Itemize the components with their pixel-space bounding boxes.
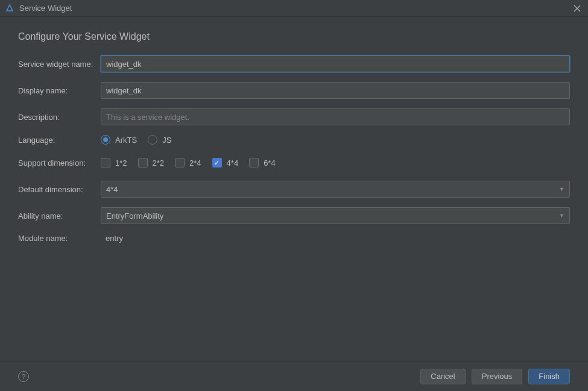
description-input[interactable]	[101, 108, 570, 125]
module-row: Module name: entry	[18, 234, 570, 243]
titlebar: Service Widget	[0, 0, 588, 17]
dimension-2x2-label: 2*2	[153, 158, 165, 167]
language-arkts-label: ArkTS	[115, 136, 137, 145]
widget-name-row: Service widget name:	[18, 55, 570, 72]
widget-name-input[interactable]	[101, 55, 570, 72]
checkbox-icon: ✓	[212, 158, 222, 167]
dimension-checkbox-6x4[interactable]: 6*4	[249, 158, 276, 167]
window-title: Service Widget	[19, 4, 72, 13]
cancel-button[interactable]: Cancel	[420, 369, 465, 384]
description-label: Description:	[18, 113, 101, 122]
checkbox-icon	[101, 158, 110, 167]
display-name-label: Display name:	[18, 86, 101, 95]
app-icon	[5, 4, 14, 13]
ability-select[interactable]: EntryFormAbility ▼	[101, 207, 570, 224]
display-name-row: Display name:	[18, 82, 570, 99]
dimension-row: Support dimension: 1*2 2*2 2*4 ✓ 4*4	[18, 158, 570, 167]
radio-icon	[148, 135, 157, 145]
footer-bar: ? Cancel Previous Finish	[0, 361, 588, 391]
page-title: Configure Your Service Widget	[18, 31, 570, 42]
default-dimension-value: 4*4	[106, 185, 118, 194]
module-value: entry	[101, 234, 123, 243]
help-icon: ?	[22, 373, 25, 380]
content-area: Configure Your Service Widget Service wi…	[0, 17, 588, 243]
chevron-down-icon: ▼	[559, 213, 564, 219]
chevron-down-icon: ▼	[559, 186, 564, 192]
dimension-checkbox-1x2[interactable]: 1*2	[101, 158, 127, 167]
dimension-checkbox-2x4[interactable]: 2*4	[175, 158, 201, 167]
description-row: Description:	[18, 108, 570, 125]
language-row: Language: ArkTS JS	[18, 135, 570, 145]
ability-label: Ability name:	[18, 211, 101, 221]
default-dimension-select[interactable]: 4*4 ▼	[101, 181, 570, 198]
radio-icon	[101, 135, 110, 145]
dimension-label: Support dimension:	[18, 158, 101, 167]
language-label: Language:	[18, 136, 101, 145]
finish-button[interactable]: Finish	[528, 369, 570, 384]
dimension-checkbox-4x4[interactable]: ✓ 4*4	[212, 158, 239, 167]
display-name-input[interactable]	[101, 82, 570, 99]
dimension-2x4-label: 2*4	[189, 158, 201, 167]
close-button[interactable]	[572, 4, 582, 13]
previous-button[interactable]: Previous	[472, 369, 523, 384]
default-dimension-row: Default dimension: 4*4 ▼	[18, 181, 570, 198]
dimension-1x2-label: 1*2	[115, 158, 127, 167]
dimension-6x4-label: 6*4	[264, 158, 276, 167]
checkbox-icon	[175, 158, 185, 167]
language-radio-arkts[interactable]: ArkTS	[101, 135, 137, 145]
module-label: Module name:	[18, 234, 101, 243]
dimension-checkbox-2x2[interactable]: 2*2	[138, 158, 165, 167]
default-dimension-label: Default dimension:	[18, 185, 101, 194]
ability-row: Ability name: EntryFormAbility ▼	[18, 207, 570, 224]
checkbox-icon	[138, 158, 148, 167]
help-button[interactable]: ?	[18, 371, 29, 382]
language-radio-js[interactable]: JS	[148, 135, 171, 145]
widget-name-label: Service widget name:	[18, 60, 101, 69]
checkbox-icon	[249, 158, 259, 167]
language-js-label: JS	[162, 136, 171, 145]
ability-value: EntryFormAbility	[106, 211, 163, 221]
dimension-4x4-label: 4*4	[227, 158, 239, 167]
